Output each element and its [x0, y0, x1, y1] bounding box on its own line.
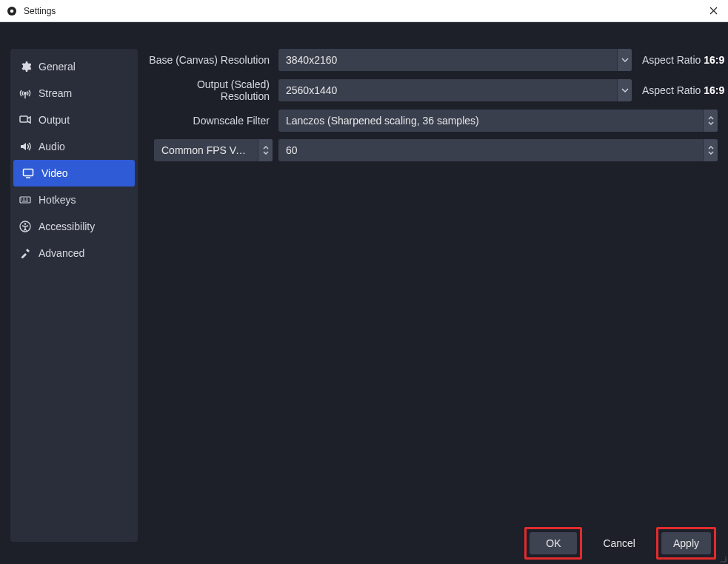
- output-resolution-label: Output (Scaled) Resolution: [148, 78, 273, 102]
- base-resolution-label: Base (Canvas) Resolution: [148, 54, 273, 66]
- base-aspect-ratio: Aspect Ratio 16:9: [638, 54, 718, 66]
- svg-rect-4: [24, 169, 33, 176]
- fps-value-combo[interactable]: 60: [278, 139, 718, 161]
- sidebar-item-label: Video: [41, 167, 68, 179]
- accessibility-icon: [19, 221, 31, 232]
- sidebar-item-label: Hotkeys: [39, 194, 76, 206]
- monitor-icon: [22, 167, 34, 179]
- chevron-down-icon[interactable]: [617, 49, 632, 71]
- gear-icon: [19, 61, 31, 73]
- chevron-down-icon[interactable]: [617, 79, 632, 101]
- sidebar-item-label: Stream: [39, 87, 72, 99]
- sidebar-item-general[interactable]: General: [10, 53, 138, 80]
- downscale-filter-value: Lanczos (Sharpened scaling, 36 samples): [278, 115, 703, 127]
- sidebar-item-advanced[interactable]: Advanced: [10, 240, 138, 266]
- sidebar-item-output[interactable]: Output: [10, 107, 138, 133]
- svg-point-7: [24, 223, 27, 225]
- sidebar-item-label: Accessibility: [39, 221, 95, 232]
- close-button[interactable]: [703, 3, 724, 19]
- keyboard-icon: [19, 194, 31, 206]
- close-icon: [709, 7, 718, 15]
- titlebar: Settings: [0, 0, 728, 22]
- sidebar-item-accessibility[interactable]: Accessibility: [10, 213, 138, 240]
- base-resolution-value: 3840x2160: [278, 54, 617, 66]
- fps-mode-combo[interactable]: Common FPS Values: [154, 139, 273, 161]
- dialog-footer: OK Cancel Apply: [0, 523, 728, 564]
- output-resolution-combo[interactable]: 2560x1440: [278, 79, 632, 101]
- resize-grip-icon[interactable]: [718, 554, 727, 563]
- sidebar-item-label: General: [39, 61, 76, 73]
- antenna-icon: [19, 87, 31, 99]
- fps-mode-value: Common FPS Values: [154, 144, 258, 156]
- downscale-filter-combo[interactable]: Lanczos (Sharpened scaling, 36 samples): [278, 110, 718, 132]
- dialog-body: General Stream Output Audio Video: [0, 22, 728, 564]
- output-icon: [19, 114, 31, 126]
- app-icon: [6, 5, 18, 17]
- speaker-icon: [19, 141, 31, 152]
- video-settings-panel: Base (Canvas) Resolution 3840x2160 Aspec…: [148, 49, 718, 518]
- output-resolution-value: 2560x1440: [278, 84, 617, 96]
- sidebar-item-label: Advanced: [39, 247, 84, 259]
- sidebar-item-audio[interactable]: Audio: [10, 133, 138, 160]
- sidebar-item-stream[interactable]: Stream: [10, 80, 138, 107]
- apply-button[interactable]: Apply: [661, 532, 711, 554]
- base-resolution-combo[interactable]: 3840x2160: [278, 49, 632, 71]
- output-aspect-ratio: Aspect Ratio 16:9: [638, 84, 718, 96]
- sidebar-item-hotkeys[interactable]: Hotkeys: [10, 187, 138, 213]
- fps-value: 60: [278, 144, 703, 156]
- spinner-icon[interactable]: [258, 139, 273, 161]
- spinner-icon[interactable]: [703, 139, 718, 161]
- sidebar-item-label: Audio: [39, 141, 65, 152]
- svg-rect-3: [20, 116, 27, 122]
- downscale-filter-label: Downscale Filter: [148, 115, 273, 127]
- window-title: Settings: [24, 6, 56, 16]
- sidebar-item-label: Output: [39, 114, 70, 126]
- highlight-box: OK: [524, 527, 582, 560]
- svg-point-1: [10, 9, 14, 13]
- spinner-icon[interactable]: [703, 110, 718, 132]
- tools-icon: [19, 247, 31, 259]
- settings-sidebar: General Stream Output Audio Video: [10, 49, 138, 542]
- highlight-box: Apply: [656, 527, 716, 560]
- ok-button[interactable]: OK: [530, 532, 577, 554]
- svg-point-2: [24, 93, 26, 94]
- sidebar-item-video[interactable]: Video: [13, 160, 135, 187]
- cancel-button[interactable]: Cancel: [591, 532, 647, 554]
